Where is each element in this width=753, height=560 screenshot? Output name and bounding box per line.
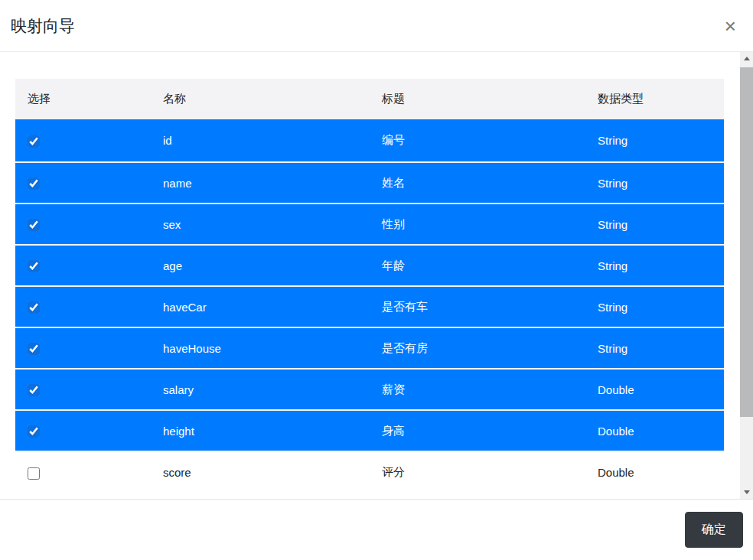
scrollbar-thumb[interactable] bbox=[740, 67, 753, 417]
cell-name: haveHouse bbox=[151, 327, 370, 369]
mapping-table: 选择 名称 标题 数据类型 id编号Stringname姓名Stringsex性… bbox=[15, 79, 724, 493]
cell-select bbox=[15, 410, 151, 451]
cell-title: 是否有房 bbox=[370, 327, 585, 369]
cell-name: haveCar bbox=[151, 286, 370, 327]
close-icon[interactable]: × bbox=[716, 11, 745, 41]
table-header-row: 选择 名称 标题 数据类型 bbox=[15, 79, 724, 119]
vertical-scrollbar[interactable] bbox=[740, 52, 753, 499]
dialog-header: 映射向导 × bbox=[0, 0, 753, 52]
table-row[interactable]: id编号String bbox=[15, 119, 724, 162]
row-select-checkbox[interactable] bbox=[28, 177, 40, 190]
column-header-select: 选择 bbox=[15, 79, 151, 119]
table-row[interactable]: age年龄String bbox=[15, 245, 724, 286]
cell-select bbox=[15, 119, 151, 162]
cell-title: 性别 bbox=[370, 203, 585, 245]
table-row[interactable]: haveCar是否有车String bbox=[15, 286, 724, 327]
row-select-checkbox[interactable] bbox=[28, 343, 40, 355]
cell-select bbox=[15, 369, 151, 410]
cell-name: name bbox=[151, 162, 370, 203]
row-select-checkbox[interactable] bbox=[28, 135, 40, 148]
cell-type: String bbox=[585, 162, 724, 203]
column-header-title: 标题 bbox=[370, 79, 585, 119]
dialog-footer: 确定 bbox=[0, 499, 753, 560]
arrow-down-icon bbox=[744, 490, 750, 494]
row-select-checkbox[interactable] bbox=[28, 260, 40, 272]
row-select-checkbox[interactable] bbox=[28, 301, 40, 314]
arrow-up-icon bbox=[744, 57, 750, 60]
cell-name: age bbox=[151, 245, 370, 286]
table-row[interactable]: haveHouse是否有房String bbox=[15, 327, 724, 369]
cell-title: 姓名 bbox=[370, 162, 585, 203]
cell-type: String bbox=[585, 119, 724, 162]
table-row[interactable]: name姓名String bbox=[15, 162, 724, 203]
cell-name: height bbox=[151, 410, 370, 451]
cell-title: 评分 bbox=[370, 451, 585, 493]
confirm-button[interactable]: 确定 bbox=[685, 512, 743, 547]
cell-type: String bbox=[585, 286, 724, 327]
cell-type: String bbox=[585, 327, 724, 369]
cell-name: salary bbox=[151, 369, 370, 410]
cell-name: sex bbox=[151, 203, 370, 245]
cell-select bbox=[15, 327, 151, 369]
row-select-checkbox[interactable] bbox=[28, 384, 40, 396]
row-select-checkbox[interactable] bbox=[28, 219, 40, 231]
cell-title: 编号 bbox=[370, 119, 585, 162]
dialog-body: 选择 名称 标题 数据类型 id编号Stringname姓名Stringsex性… bbox=[0, 52, 753, 499]
table-body: id编号Stringname姓名Stringsex性别Stringage年龄St… bbox=[15, 119, 724, 493]
table-row[interactable]: score评分Double bbox=[15, 451, 724, 493]
cell-select bbox=[15, 203, 151, 245]
cell-type: String bbox=[585, 245, 724, 286]
cell-title: 年龄 bbox=[370, 245, 585, 286]
cell-type: String bbox=[585, 203, 724, 245]
table-row[interactable]: height身高Double bbox=[15, 410, 724, 451]
cell-name: score bbox=[151, 451, 370, 493]
column-header-datatype: 数据类型 bbox=[585, 79, 724, 119]
cell-select bbox=[15, 162, 151, 203]
table-row[interactable]: sex性别String bbox=[15, 203, 724, 245]
row-select-checkbox[interactable] bbox=[28, 425, 40, 438]
scroll-down-button[interactable] bbox=[740, 486, 753, 499]
table-row[interactable]: salary薪资Double bbox=[15, 369, 724, 410]
cell-type: Double bbox=[585, 369, 724, 410]
cell-title: 身高 bbox=[370, 410, 585, 451]
mapping-wizard-dialog: 映射向导 × 选择 名称 标题 数据类型 id编号Stringname姓名Str… bbox=[0, 0, 753, 560]
cell-name: id bbox=[151, 119, 370, 162]
scroll-up-button[interactable] bbox=[740, 52, 753, 65]
dialog-title: 映射向导 bbox=[11, 15, 75, 37]
cell-type: Double bbox=[585, 451, 724, 493]
cell-select bbox=[15, 286, 151, 327]
cell-select bbox=[15, 451, 151, 493]
column-header-name: 名称 bbox=[151, 79, 370, 119]
cell-select bbox=[15, 245, 151, 286]
row-select-checkbox[interactable] bbox=[28, 467, 40, 480]
cell-title: 薪资 bbox=[370, 369, 585, 410]
cell-title: 是否有车 bbox=[370, 286, 585, 327]
cell-type: Double bbox=[585, 410, 724, 451]
